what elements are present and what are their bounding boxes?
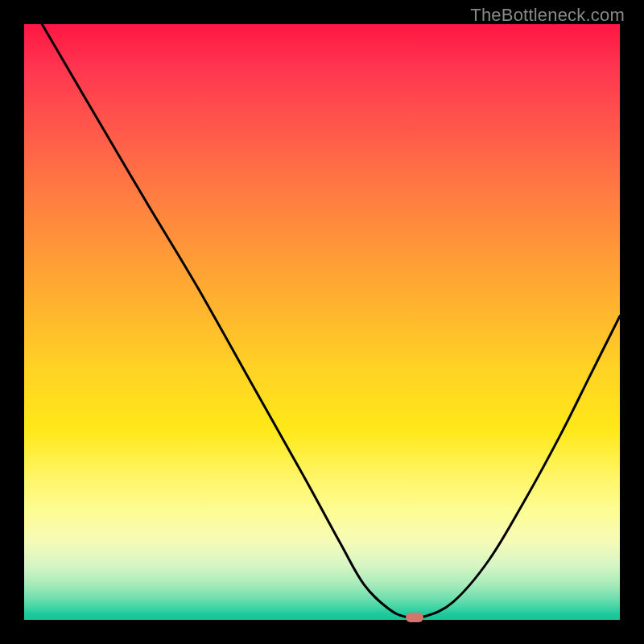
bottleneck-marker xyxy=(406,613,423,622)
watermark-label: TheBottleneck.com xyxy=(470,5,625,26)
chart-container: TheBottleneck.com xyxy=(0,0,644,644)
line-curve xyxy=(24,24,620,620)
plot-area xyxy=(24,24,620,620)
